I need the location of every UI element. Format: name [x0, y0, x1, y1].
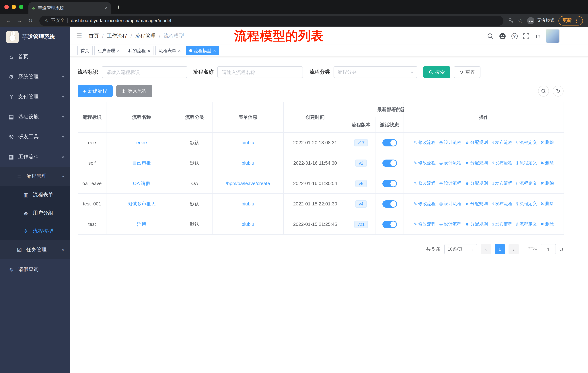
- logo-row[interactable]: 芋道管理系统: [0, 27, 70, 47]
- browser-tab[interactable]: ♣ 芋道管理系统 ×: [28, 2, 111, 14]
- status-toggle[interactable]: [382, 221, 397, 228]
- assign-rule-link[interactable]: ☻分配规则: [465, 221, 488, 227]
- process-name-input[interactable]: [217, 66, 303, 78]
- search-icon[interactable]: [487, 33, 494, 39]
- design-process-link[interactable]: ◎设计流程: [439, 140, 461, 146]
- delete-link[interactable]: ✖删除: [541, 181, 554, 187]
- process-category-select[interactable]: 流程分类 ∨: [334, 66, 417, 78]
- tag-租户管理[interactable]: 租户管理×: [94, 46, 123, 55]
- publish-process-link[interactable]: ☝发布流程: [491, 160, 512, 166]
- delete-link[interactable]: ✖删除: [541, 160, 554, 166]
- publish-process-link[interactable]: ☝发布流程: [491, 221, 512, 227]
- address-bar[interactable]: ⚠ 不安全 dashboard.yudao.iocoder.cn/bpm/man…: [39, 15, 503, 26]
- design-process-link[interactable]: ◎设计流程: [439, 201, 461, 207]
- breadcrumb-home[interactable]: 首页: [89, 33, 99, 39]
- sidebar-item-system-manage[interactable]: ⚙系统管理∨: [0, 67, 70, 87]
- status-toggle[interactable]: [382, 139, 397, 146]
- page-size-select[interactable]: 10条/页 ∨: [444, 244, 477, 254]
- sidebar-item-infrastructure[interactable]: ▤基础设施∨: [0, 107, 70, 127]
- sidebar-item-payment-manage[interactable]: ¥支付管理∨: [0, 87, 70, 107]
- tag-close-icon[interactable]: ×: [147, 48, 150, 53]
- fullscreen-icon[interactable]: [523, 33, 529, 39]
- process-definition-link[interactable]: §流程定义: [516, 180, 537, 186]
- process-name-link[interactable]: 自己审批: [132, 160, 151, 166]
- status-toggle[interactable]: [382, 200, 397, 207]
- next-page-button[interactable]: ›: [509, 244, 519, 254]
- process-definition-link[interactable]: §流程定义: [516, 221, 537, 227]
- forward-icon[interactable]: →: [15, 18, 24, 24]
- modify-process-link[interactable]: ✎修改流程: [414, 201, 436, 207]
- publish-process-link[interactable]: ☝发布流程: [491, 201, 512, 207]
- delete-link[interactable]: ✖删除: [541, 221, 554, 227]
- delete-link[interactable]: ✖删除: [541, 201, 554, 207]
- user-avatar[interactable]: [546, 29, 560, 43]
- refresh-icon[interactable]: ↻: [553, 86, 564, 97]
- form-info-link[interactable]: /bpm/oa/leave/create: [226, 181, 270, 186]
- font-size-icon[interactable]: TT: [535, 33, 540, 39]
- import-process-button[interactable]: ↥ 导入流程: [116, 85, 152, 97]
- assign-rule-link[interactable]: ☻分配规则: [465, 140, 488, 146]
- tag-流程模型[interactable]: 流程模型×: [186, 46, 219, 55]
- sidebar-item-user-group[interactable]: ☻用户分组: [0, 204, 70, 222]
- assign-rule-link[interactable]: ☻分配规则: [465, 180, 488, 186]
- sidebar-item-task-manage[interactable]: ☑任务管理∨: [0, 240, 70, 259]
- goto-page-input[interactable]: [541, 244, 556, 254]
- form-info-link[interactable]: biubiu: [242, 160, 254, 166]
- process-name-link[interactable]: 滔博: [137, 221, 146, 227]
- assign-rule-link[interactable]: ☻分配规则: [465, 201, 488, 207]
- tab-close-icon[interactable]: ×: [105, 5, 107, 11]
- reload-icon[interactable]: ↻: [26, 17, 35, 24]
- delete-link[interactable]: ✖删除: [541, 140, 554, 146]
- process-name-link[interactable]: 测试多审批人: [127, 201, 156, 206]
- process-definition-link[interactable]: §流程定义: [516, 160, 537, 166]
- form-info-link[interactable]: biubiu: [242, 140, 254, 145]
- browser-menu-icon[interactable]: ⋮: [574, 18, 579, 23]
- tag-首页[interactable]: 首页: [77, 46, 93, 55]
- tag-close-icon[interactable]: ×: [213, 48, 216, 53]
- modify-process-link[interactable]: ✎修改流程: [414, 181, 436, 187]
- bookmark-star-icon[interactable]: ☆: [518, 17, 523, 24]
- status-toggle[interactable]: [382, 180, 397, 187]
- show-search-icon[interactable]: [538, 86, 549, 97]
- breadcrumb-workflow[interactable]: 工作流程: [107, 33, 127, 39]
- process-name-link[interactable]: eeee: [136, 140, 147, 145]
- tag-流程表单[interactable]: 流程表单×: [155, 46, 184, 55]
- modify-process-link[interactable]: ✎修改流程: [414, 140, 436, 146]
- tag-close-icon[interactable]: ×: [117, 48, 120, 53]
- back-icon[interactable]: ←: [4, 18, 13, 24]
- breadcrumb-process-manage[interactable]: 流程管理: [135, 33, 156, 39]
- process-definition-link[interactable]: §流程定义: [516, 140, 537, 146]
- design-process-link[interactable]: ◎设计流程: [439, 221, 461, 227]
- password-key-icon[interactable]: [508, 18, 514, 24]
- current-page-button[interactable]: 1: [495, 244, 505, 254]
- process-definition-link[interactable]: §流程定义: [516, 201, 537, 207]
- sidebar-item-home[interactable]: ⌂首页: [0, 47, 70, 67]
- minimize-window-button[interactable]: [12, 5, 16, 9]
- search-button[interactable]: 搜索: [423, 66, 450, 78]
- sidebar-item-workflow[interactable]: ▦工作流程∧: [0, 147, 70, 167]
- prev-page-button[interactable]: ‹: [481, 244, 491, 254]
- tag-close-icon[interactable]: ×: [178, 48, 181, 53]
- design-process-link[interactable]: ◎设计流程: [439, 181, 461, 187]
- form-info-link[interactable]: biubiu: [242, 201, 254, 207]
- publish-process-link[interactable]: ☝发布流程: [491, 140, 512, 146]
- reset-button[interactable]: ↻ 重置: [454, 66, 481, 78]
- process-name-link[interactable]: OA 请假: [133, 181, 150, 186]
- github-icon[interactable]: [499, 33, 506, 40]
- process-key-input[interactable]: [102, 66, 187, 78]
- design-process-link[interactable]: ◎设计流程: [439, 160, 461, 166]
- maximize-window-button[interactable]: [19, 5, 23, 9]
- close-window-button[interactable]: [4, 5, 9, 9]
- sidebar-item-dev-tools[interactable]: ⚒研发工具∨: [0, 127, 70, 147]
- sidebar-item-process-form[interactable]: ▥流程表单: [0, 186, 70, 204]
- status-toggle[interactable]: [382, 159, 397, 167]
- sidebar-item-process-manage[interactable]: ≣流程管理∧: [0, 167, 70, 186]
- new-tab-button[interactable]: +: [117, 4, 120, 11]
- assign-rule-link[interactable]: ☻分配规则: [465, 160, 488, 166]
- form-info-link[interactable]: biubiu: [242, 222, 254, 227]
- collapse-sidebar-icon[interactable]: ☰: [76, 32, 82, 40]
- modify-process-link[interactable]: ✎修改流程: [414, 221, 436, 227]
- sidebar-item-leave-query[interactable]: ☺请假查询: [0, 259, 70, 279]
- tag-我的流程[interactable]: 我的流程×: [125, 46, 153, 55]
- chrome-update-button[interactable]: 更新 ⋮: [558, 16, 583, 25]
